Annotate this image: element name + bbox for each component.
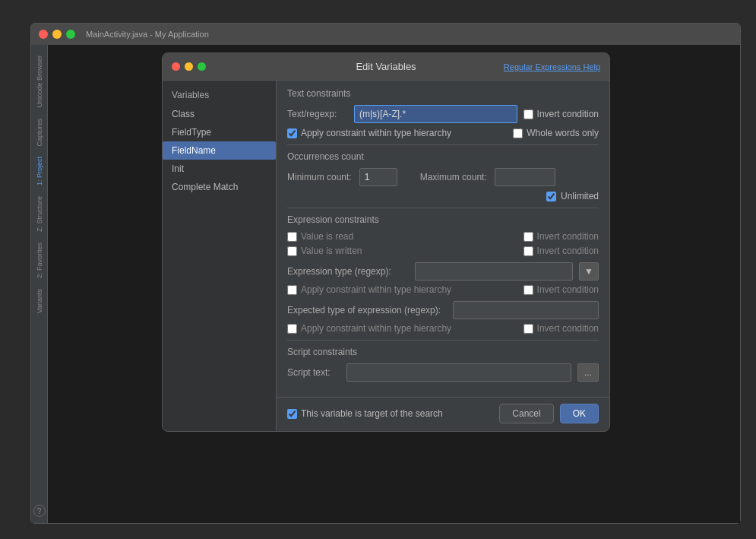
invert-condition-label: Invert condition (537, 109, 599, 119)
sidebar-item-captures[interactable]: Captures (34, 116, 45, 150)
value-is-read-checkbox[interactable] (287, 232, 297, 242)
expr-type-input[interactable] (415, 262, 573, 281)
invert-condition-checkbox[interactable] (524, 109, 533, 119)
text-regexp-label: Text/regexp: (287, 109, 348, 119)
unlimited-label: Unlimited (561, 191, 599, 201)
var-fieldname[interactable]: FieldName (163, 141, 276, 160)
occurrences-header: Occurrences count (287, 151, 599, 162)
traffic-light-green[interactable] (66, 30, 75, 39)
expected-type-label: Expected type of expression (regexp): (287, 305, 447, 315)
max-count-input[interactable] (495, 168, 555, 186)
invert-expr-type-checkbox[interactable] (524, 285, 533, 295)
help-link[interactable]: Regular Expressions Help (504, 62, 600, 71)
apply-expected-checkbox[interactable] (287, 324, 297, 334)
whole-words-label: Whole words only (527, 128, 599, 138)
var-class[interactable]: Class (163, 105, 276, 123)
dialog-traffic-red[interactable] (172, 62, 180, 71)
value-is-read-label: Value is read (301, 231, 353, 242)
invert-written-checkbox[interactable] (524, 246, 533, 256)
script-text-input[interactable] (346, 363, 571, 382)
variables-section-label: Variables (163, 87, 276, 105)
text-constraints-header: Text constraints (287, 88, 599, 99)
apply-expr-type-checkbox[interactable] (287, 285, 297, 295)
value-is-written-checkbox[interactable] (287, 246, 297, 256)
value-is-written-label: Value is written (301, 246, 362, 256)
help-circle-icon[interactable]: ? (33, 505, 46, 517)
expected-type-input[interactable] (453, 301, 599, 319)
sidebar-item-variants[interactable]: Variants (34, 286, 45, 316)
apply-expected-label: Apply constraint within type hierarchy (301, 323, 451, 334)
target-checkbox[interactable] (287, 409, 297, 419)
dialog-traffic-yellow[interactable] (185, 62, 193, 71)
expr-type-dropdown-btn[interactable]: ▼ (579, 262, 599, 281)
unlimited-checkbox[interactable] (546, 192, 556, 201)
apply-expr-type-label: Apply constraint within type hierarchy (301, 284, 451, 295)
sidebar-item-structure[interactable]: Z: Structure (34, 193, 45, 235)
whole-words-checkbox[interactable] (513, 128, 523, 138)
traffic-light-yellow[interactable] (52, 30, 62, 39)
invert-read-checkbox[interactable] (524, 232, 533, 242)
traffic-light-red[interactable] (39, 30, 48, 39)
sidebar-item-unicode-browser[interactable]: Unicode Browser (34, 52, 45, 111)
sidebar-item-favorites[interactable]: 2: Favorites (34, 239, 45, 281)
min-count-input[interactable] (359, 168, 397, 186)
dialog-traffic-green[interactable] (198, 62, 206, 71)
var-init[interactable]: Init (163, 160, 276, 178)
apply-constraint-label: Apply constraint within type hierarchy (301, 128, 451, 138)
invert-read-label: Invert condition (537, 231, 599, 242)
invert-expected-label: Invert condition (537, 323, 599, 334)
min-count-label: Minimum count: (287, 172, 352, 182)
script-constraints-header: Script constraints (287, 347, 599, 357)
cancel-button[interactable]: Cancel (499, 404, 553, 423)
window-title: MainActivity.java - My Application (86, 30, 209, 39)
expr-type-label: Expression type (regexp): (287, 266, 409, 277)
invert-expr-type-label: Invert condition (537, 284, 599, 295)
sidebar-item-project[interactable]: 1: Project (34, 154, 45, 189)
script-text-label: Script text: (287, 367, 340, 378)
var-complete-match[interactable]: Complete Match (163, 178, 276, 196)
var-fieldtype[interactable]: FieldType (163, 123, 276, 141)
apply-constraint-checkbox[interactable] (287, 128, 297, 138)
ok-button[interactable]: OK (560, 404, 599, 423)
script-dots-button[interactable]: ... (577, 363, 599, 382)
expression-constraints-header: Expression constraints (287, 214, 599, 225)
text-regexp-input[interactable] (354, 105, 517, 123)
invert-expected-checkbox[interactable] (524, 324, 533, 334)
target-label: This variable is target of the search (301, 408, 443, 419)
invert-written-label: Invert condition (537, 246, 599, 256)
max-count-label: Maximum count: (420, 172, 487, 182)
